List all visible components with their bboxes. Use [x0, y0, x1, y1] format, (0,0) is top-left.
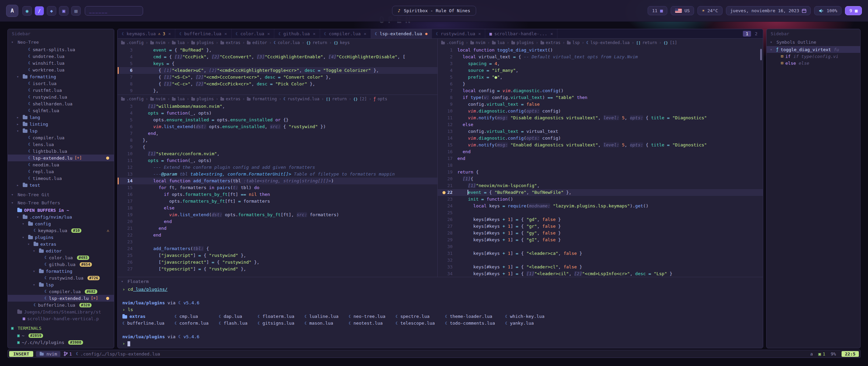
- neotree-item[interactable]: ☾undotree.lua: [8, 53, 114, 60]
- volume-pill[interactable]: 100%: [814, 6, 842, 15]
- neotree-git-section-header[interactable]: ▾ Neo-Tree Git: [8, 190, 114, 199]
- tab-keymaps-lua[interactable]: ☾keymaps.lua⚠3×: [118, 29, 175, 38]
- listing-item-label: neo-tree.lua: [354, 313, 386, 320]
- neotree-item[interactable]: ▾lsp: [8, 127, 114, 134]
- buffer-item[interactable]: OPEN BUFFERS in ~: [8, 207, 114, 214]
- terminal-item[interactable]: ▣~#2859: [8, 332, 114, 339]
- slash-icon[interactable]: /: [35, 6, 44, 16]
- neotree-item[interactable]: ☾rustywind.lua: [8, 94, 114, 100]
- neotree-item[interactable]: ☾neodim.lua: [8, 161, 114, 168]
- outline-item[interactable]: ⊡ifif type(config.vi: [767, 53, 860, 60]
- outline-item[interactable]: ▾ƒtoggle_diag_virtextfu: [767, 46, 860, 53]
- tab-page-2[interactable]: 2: [752, 31, 760, 37]
- code-line: 25: [438, 209, 763, 216]
- neotree-buffers-section-header[interactable]: ▾ Neo-Tree Buffers: [8, 199, 114, 207]
- terminal-output[interactable]: › cd lua/plugins/nvim/lua/plugins via ☾ …: [118, 285, 763, 348]
- right-sidebar: Sidebar ▾ Symbols Outline ▾ƒtoggle_diag_…: [766, 29, 861, 348]
- image-icon: ▦: [489, 32, 492, 36]
- buffer-item[interactable]: ▾config: [8, 220, 114, 227]
- buffer-item[interactable]: ☾compiler.lua#682: [8, 288, 114, 295]
- file-icon[interactable]: ▤: [71, 6, 81, 16]
- tab-page-1[interactable]: 1: [743, 31, 751, 37]
- neotree-item[interactable]: ▸lang: [8, 114, 114, 121]
- scrollbar[interactable]: [760, 49, 762, 60]
- floaterm-panel: ▾ Floaterm › cd lua/plugins/nvim/lua/plu…: [118, 277, 763, 348]
- tab-rustywind-lua[interactable]: ☾rustywind.lua×: [432, 29, 486, 38]
- listing-item: ☾conform.lua: [175, 320, 209, 327]
- neotree-item[interactable]: ☾shellharden.lua: [8, 100, 114, 107]
- now-playing-pill[interactable]: ♪ Spiritbox - Rule Of Nines: [392, 6, 476, 16]
- close-icon[interactable]: ×: [267, 31, 270, 36]
- close-icon[interactable]: ×: [478, 31, 481, 36]
- code-area[interactable]: 1local function toggle_diag_virtext()2 l…: [438, 47, 763, 277]
- tab-lsp-extended-lua[interactable]: ☾lsp-extended.lua●: [371, 29, 432, 38]
- buffer-item[interactable]: ☾rustywind.lua#726: [8, 274, 114, 281]
- buffer-item[interactable]: ▾plugins: [8, 234, 114, 241]
- symbols-outline-header[interactable]: ▾ Symbols Outline: [767, 38, 860, 46]
- neotree-item[interactable]: ▸linting: [8, 121, 114, 127]
- neotree-item[interactable]: ☾lightbulb.lua: [8, 148, 114, 155]
- buffer-item[interactable]: ▾extras: [8, 241, 114, 247]
- item-label: lang: [29, 115, 40, 120]
- keyboard-layout-pill[interactable]: US: [671, 6, 694, 15]
- neotree-item[interactable]: ☾smart-splits.lua: [8, 46, 114, 53]
- copy-icon[interactable]: ▣: [59, 6, 68, 16]
- tab-github-lua[interactable]: ☾github.lua×: [274, 29, 320, 38]
- neotree-item[interactable]: ☾rustfmt.lua: [8, 87, 114, 94]
- code-area[interactable]: 3 [1]"williamboman/mason.nvim",4 opts = …: [118, 103, 437, 277]
- tab-color-lua[interactable]: ☾color.lua×: [232, 29, 275, 38]
- command-input[interactable]: ______: [85, 6, 143, 16]
- window-count-pill[interactable]: 11 ▦: [648, 6, 667, 15]
- neotree-item[interactable]: ▸test: [8, 182, 114, 188]
- close-icon[interactable]: ×: [168, 31, 171, 36]
- launcher-button[interactable]: A: [6, 5, 18, 17]
- buffer-item[interactable]: ☾color.lua#493: [8, 254, 114, 261]
- neotree-item[interactable]: ☾winshift.lua: [8, 60, 114, 66]
- buffer-item[interactable]: ☾keymaps.lua#10⚠: [8, 227, 114, 234]
- item-label: formatting: [29, 74, 56, 79]
- neotree-item[interactable]: ☾sqlfmt.lua: [8, 107, 114, 114]
- tab-bufferline-lua[interactable]: ☾bufferline.lua×: [175, 29, 232, 38]
- weather-pill[interactable]: ☀ 24°C: [697, 6, 722, 15]
- close-icon[interactable]: ×: [364, 31, 367, 36]
- tab-scrollbar-handle-[interactable]: ▦scrollbar-handle-...×: [485, 29, 557, 38]
- link-icon[interactable]: ◆: [47, 6, 56, 16]
- neotree-section-header[interactable]: ▾ Neo-Tree: [8, 38, 114, 46]
- breadcrumb-separator-icon: ›: [242, 97, 245, 101]
- outline-item[interactable]: ⊡elseelse: [767, 60, 860, 66]
- buffer-item[interactable]: ▾.config/nvim/lua: [8, 214, 114, 220]
- neotree-item[interactable]: ☾lens.lua: [8, 141, 114, 148]
- floaterm-header[interactable]: ▾ Floaterm: [118, 277, 763, 285]
- code-area[interactable]: 3 event = { "BufRead" },4 cmd = { [1]"Cc…: [118, 47, 437, 95]
- buffer-item[interactable]: ▾editor: [8, 247, 114, 254]
- listing-item-label: lualine.lua: [309, 313, 338, 320]
- buffer-item[interactable]: ▾formatting: [8, 268, 114, 274]
- code-line: 3 spacing = 4,: [438, 60, 763, 67]
- listing-item-label: mason.lua: [309, 320, 333, 327]
- neotree-item[interactable]: ▾formatting: [8, 73, 114, 80]
- close-icon[interactable]: ×: [224, 31, 227, 36]
- line-number: 27: [438, 223, 457, 230]
- buffer-item[interactable]: ☾lsp-extended.lu[+]: [8, 295, 114, 302]
- date-pill[interactable]: jueves, noviembre 16, 2023: [726, 6, 811, 15]
- terminals-section-header[interactable]: ▣ TERMINALS: [8, 324, 114, 332]
- neotree-item[interactable]: ☾compiler.lua: [8, 134, 114, 141]
- buffer-item[interactable]: ☾github.lua#654: [8, 261, 114, 268]
- neotree-item[interactable]: ☾repl.lua: [8, 168, 114, 175]
- lua-icon: ☾: [236, 32, 238, 36]
- line-number: 15: [118, 184, 137, 191]
- buffer-item[interactable]: Juegos/Indies/SteamLibrary/st: [8, 308, 114, 315]
- terminal-item[interactable]: ▣~/.c/n/l/plugins#3980: [8, 339, 114, 346]
- neotree-item[interactable]: ☾isort.lua: [8, 80, 114, 87]
- buffer-item[interactable]: ▾lsp: [8, 281, 114, 288]
- circle-icon[interactable]: ◉: [22, 6, 32, 16]
- neotree-item[interactable]: ☾timeout.lua: [8, 175, 114, 182]
- close-icon[interactable]: ×: [550, 31, 553, 36]
- neotree-item[interactable]: ☾lsp-extended.lu[+]: [8, 155, 114, 161]
- tab-compiler-lua[interactable]: ☾compiler.lua×: [320, 29, 371, 38]
- buffer-item[interactable]: ☾bufferline.lua#328: [8, 302, 114, 308]
- buffer-item[interactable]: ▦scrollbar-handle-vertical.p: [8, 315, 114, 322]
- close-icon[interactable]: ×: [313, 31, 316, 36]
- workspace-pill[interactable]: 9 ▦: [845, 6, 862, 15]
- neotree-item[interactable]: ☾worktree.lua: [8, 66, 114, 73]
